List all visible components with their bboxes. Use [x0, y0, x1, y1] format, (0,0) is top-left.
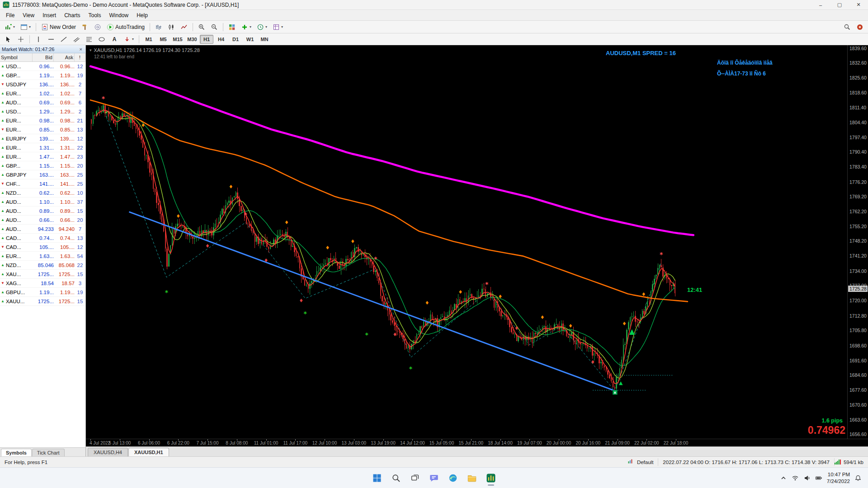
menu-charts[interactable]: Charts	[60, 11, 84, 20]
taskbar-start-icon[interactable]	[369, 470, 385, 486]
templates-button[interactable]: ▾	[270, 22, 285, 32]
close-icon[interactable]: ×	[78, 47, 84, 52]
timeframe-h1-button[interactable]: H1	[200, 35, 213, 44]
community-badge-button[interactable]	[854, 22, 866, 32]
market-watch-row[interactable]: ▲EUR...0.98...0.98...21	[0, 116, 85, 125]
profiles-button[interactable]: ▾	[18, 22, 33, 32]
timeframe-w1-button[interactable]: W1	[243, 35, 257, 44]
menu-file[interactable]: File	[2, 11, 19, 20]
market-watch-row[interactable]: ▼XAG...18.5418.573	[0, 279, 85, 288]
market-watch-row[interactable]: ▼CAD...105....105....12	[0, 243, 85, 252]
close-button[interactable]: ✕	[849, 0, 868, 9]
market-watch-row[interactable]: ▲GBP...1.19...1.19...19	[0, 71, 85, 80]
new-order-button[interactable]: New Order	[39, 22, 78, 32]
maximize-button[interactable]: ▢	[830, 0, 849, 9]
timeframe-m1-button[interactable]: M1	[142, 35, 156, 44]
market-watch-row[interactable]: ▲GBPU...1.19...1.19...19	[0, 288, 85, 297]
chart-tab-xauusd-h4[interactable]: XAUUSD,H4	[88, 448, 128, 456]
periods-button[interactable]: ▾	[255, 22, 269, 32]
taskbar-task-view-icon[interactable]	[407, 470, 423, 486]
volume-icon[interactable]	[803, 474, 811, 482]
menu-tools[interactable]: Tools	[85, 11, 105, 20]
timeframe-m30-button[interactable]: M30	[185, 35, 199, 44]
autotrading-button[interactable]: AutoTrading	[104, 22, 147, 32]
taskbar-edge-icon[interactable]	[445, 470, 461, 486]
new-chart-button[interactable]: ▾	[2, 22, 17, 32]
taskbar-metatrader-icon[interactable]	[483, 470, 499, 486]
chart-candles-button[interactable]	[165, 22, 177, 32]
menu-help[interactable]: Help	[132, 11, 152, 20]
timeframe-h4-button[interactable]: H4	[214, 35, 228, 44]
market-watch-row[interactable]: ▼EUR...0.85...0.85...13	[0, 125, 85, 134]
horizontal-line-tool[interactable]	[45, 34, 57, 44]
market-watch-row[interactable]: ▲NZD...0.62...0.62...10	[0, 188, 85, 197]
zoom-in-button[interactable]	[196, 22, 208, 32]
menu-view[interactable]: View	[19, 11, 38, 20]
chart-svg[interactable]: *********♦♦♦♦♦♦♦♦♦♦♦♦♦♦♦♦♦♦♦▲▲	[86, 45, 847, 439]
time-axis[interactable]: 4 Jul 20225 Jul 13:006 Jul 06:006 Jul 22…	[86, 439, 868, 446]
market-watch-row[interactable]: ▲XAUU...1725...1725...15	[0, 297, 85, 306]
market-watch-row[interactable]: ▲NZD...85.04685.06822	[0, 261, 85, 270]
text-tool[interactable]: A	[108, 34, 120, 44]
market-watch-row[interactable]: ▲XAU...1725...1725...15	[0, 270, 85, 279]
taskbar-search-icon[interactable]	[388, 470, 404, 486]
status-profile[interactable]: Default	[623, 458, 658, 465]
market-watch-row[interactable]: ▲CAD...0.74...0.74...13	[0, 234, 85, 243]
market-watch-row[interactable]: ▲EUR...1.63...1.63...54	[0, 252, 85, 261]
market-watch-header[interactable]: Market Watch: 01:47:26 ×	[0, 45, 85, 53]
market-watch-row[interactable]: ▲AUD...94.23394.2407	[0, 225, 85, 234]
wifi-icon[interactable]	[792, 474, 799, 482]
taskbar-clock[interactable]: 10:47 PM 7/24/2022	[827, 471, 850, 484]
timeframe-mn-button[interactable]: MN	[258, 35, 271, 44]
timeframe-m15-button[interactable]: M15	[171, 35, 184, 44]
tile-windows-button[interactable]	[226, 22, 238, 32]
market-watch-row[interactable]: ▲AUD...1.10...1.10...37	[0, 197, 85, 206]
market-watch-row[interactable]: ▲EUR...1.31...1.31...22	[0, 143, 85, 152]
market-watch-row[interactable]: ▲EURJPY139....139....12	[0, 134, 85, 143]
market-watch-row[interactable]: ▲GBPJPY163....163....25	[0, 170, 85, 179]
indicators-button[interactable]: ▾	[239, 22, 254, 32]
column-header-ask[interactable]: Ask	[54, 53, 75, 61]
market-watch-row[interactable]: ▼USDJPY136....136....2	[0, 80, 85, 89]
market-watch-row[interactable]: ▲AUD...0.66...0.66...20	[0, 216, 85, 225]
expert-advisors-button[interactable]	[79, 22, 91, 32]
taskbar-chat-icon[interactable]	[426, 470, 442, 486]
market-watch-row[interactable]: ▲AUD...0.69...0.69...6	[0, 98, 85, 107]
fibonacci-tool[interactable]	[83, 34, 95, 44]
minimize-button[interactable]: –	[811, 0, 830, 9]
market-watch-row[interactable]: ▲EUR...1.02...1.02...7	[0, 89, 85, 98]
chart-canvas[interactable]: *********♦♦♦♦♦♦♦♦♦♦♦♦♦♦♦♦♦♦♦▲▲ ▾ XAUUSD,…	[86, 45, 847, 439]
search-button[interactable]	[841, 22, 853, 32]
market-watch-row[interactable]: ▲EUR...1.47...1.47...23	[0, 152, 85, 161]
panel-tab-tick-chart[interactable]: Tick Chart	[32, 449, 65, 456]
market-watch-row[interactable]: ▼CHF...141....141....25	[0, 179, 85, 188]
column-header-bid[interactable]: Bid	[33, 53, 54, 61]
column-header-spread[interactable]: !	[75, 53, 85, 61]
chart-line-button[interactable]	[178, 22, 190, 32]
panel-tab-symbols[interactable]: Symbols	[1, 449, 32, 456]
chart-tab-xauusd-h1[interactable]: XAUUSD,H1	[128, 448, 169, 456]
shapes-tool[interactable]	[96, 34, 108, 44]
notification-bell-icon[interactable]	[854, 474, 862, 482]
chart-bars-button[interactable]	[153, 22, 165, 32]
price-scale[interactable]: 1839.601832.601825.601818.601811.401804.…	[847, 45, 868, 439]
market-watch-row[interactable]: ▲USD...0.96...0.96...12	[0, 62, 85, 71]
market-watch-row[interactable]: ▲AUD...0.89...0.89...15	[0, 206, 85, 216]
timeframe-d1-button[interactable]: D1	[229, 35, 242, 44]
hidden-icons-chevron[interactable]	[780, 474, 787, 482]
vertical-line-tool[interactable]	[33, 34, 44, 44]
battery-icon[interactable]	[815, 474, 822, 482]
channel-tool[interactable]	[71, 34, 82, 44]
arrows-tool[interactable]: ▾	[121, 34, 136, 44]
mql5-community-button[interactable]	[92, 22, 104, 32]
market-watch-row[interactable]: ▲GBP...1.15...1.15...20	[0, 161, 85, 170]
trendline-tool[interactable]	[58, 34, 70, 44]
menu-insert[interactable]: Insert	[38, 11, 60, 20]
timeframe-m5-button[interactable]: M5	[156, 35, 170, 44]
zoom-out-button[interactable]	[208, 22, 220, 32]
cursor-tool[interactable]	[2, 34, 14, 44]
menu-window[interactable]: Window	[105, 11, 133, 20]
taskbar-file-explorer-icon[interactable]	[464, 470, 480, 486]
crosshair-tool[interactable]	[15, 34, 27, 44]
column-header-symbol[interactable]: Symbol	[0, 53, 33, 61]
